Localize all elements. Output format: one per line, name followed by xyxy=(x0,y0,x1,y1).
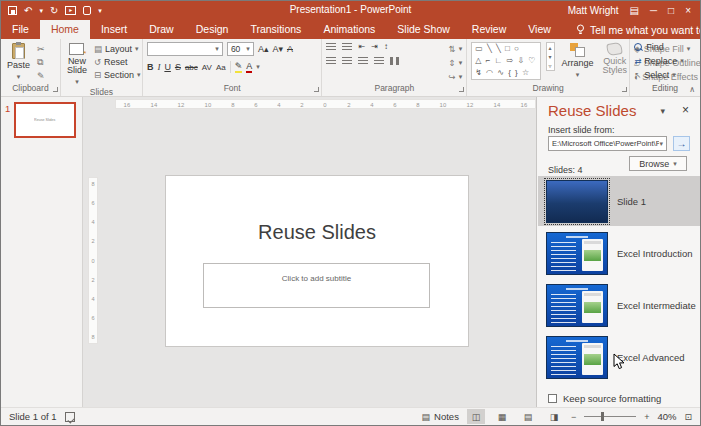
tab-design[interactable]: Design xyxy=(185,20,240,39)
layout-button[interactable]: ▤Layout▾ xyxy=(94,44,141,54)
zoom-out-button[interactable]: − xyxy=(571,412,576,422)
new-slide-button[interactable]: New Slide ▾ xyxy=(65,42,89,87)
zoom-slider[interactable] xyxy=(584,416,636,417)
shadow-button[interactable]: S xyxy=(175,62,181,72)
undo-icon[interactable]: ↶ xyxy=(24,6,32,16)
shapes-gallery[interactable]: ▭ ╲ ╲ □ ○ △ ⌐ ∟ ⇨ ⇩ ♡ ↯ ◠ ∿ { } ☆ xyxy=(471,42,540,80)
keep-source-formatting-checkbox[interactable] xyxy=(548,394,557,403)
keep-source-formatting-option[interactable]: Keep source formatting xyxy=(548,393,661,404)
bold-button[interactable]: B xyxy=(147,62,154,72)
restore-icon[interactable]: □ xyxy=(668,6,674,16)
save-icon[interactable] xyxy=(8,6,17,15)
font-color-button[interactable]: A xyxy=(246,61,252,73)
tab-review[interactable]: Review xyxy=(461,20,517,39)
clipboard-dialog-launcher[interactable] xyxy=(53,87,58,92)
line-spacing-icon[interactable]: ↕ xyxy=(384,42,388,51)
numbering-icon[interactable] xyxy=(342,43,352,51)
slide-canvas[interactable]: Reuse Slides Click to add subtitle xyxy=(166,176,468,346)
quick-styles-button[interactable]: Quick Styles xyxy=(601,42,630,76)
font-name-combobox[interactable]: ▾ xyxy=(147,42,223,56)
notes-button[interactable]: ▤ Notes xyxy=(422,411,459,422)
increase-font-size-button[interactable]: A▴ xyxy=(258,44,269,54)
normal-view-button[interactable]: ◫ xyxy=(467,409,485,424)
insert-path-input[interactable]: E:\Microsoft Office\PowerPoint\Pow ▾ xyxy=(548,136,667,151)
bullets-icon[interactable] xyxy=(326,43,336,51)
tab-insert[interactable]: Insert xyxy=(90,20,138,39)
font-size-combobox[interactable]: 60▾ xyxy=(227,42,254,56)
align-left-icon[interactable] xyxy=(326,57,336,65)
close-icon[interactable]: × xyxy=(685,6,691,16)
ribbon-display-options-icon[interactable]: ▤ xyxy=(630,6,639,16)
list-item-excel-introduction[interactable]: Excel Introduction xyxy=(538,228,701,278)
cut-icon[interactable]: ✂ xyxy=(37,44,45,54)
tab-transitions[interactable]: Transitions xyxy=(239,20,312,39)
slide-1-thumbnail[interactable]: Reuse Slides xyxy=(14,102,76,138)
arrange-button[interactable]: Arrange ▾ xyxy=(560,42,596,80)
list-item-slide-1[interactable]: Slide 1 xyxy=(538,176,701,226)
go-button[interactable]: → xyxy=(673,136,690,151)
slide-show-button[interactable]: ◨ xyxy=(545,409,563,424)
find-button[interactable]: Find xyxy=(634,42,664,52)
text-highlight-button[interactable]: ✎ xyxy=(235,61,243,73)
collapse-ribbon-icon[interactable]: ∧ xyxy=(689,85,695,94)
tab-home[interactable]: Home xyxy=(40,20,90,39)
shapes-scroll-down-icon[interactable]: ▾ xyxy=(547,52,554,61)
increase-indent-icon[interactable]: ⇥ xyxy=(371,42,378,51)
strikethrough-button[interactable]: abc xyxy=(185,63,198,72)
character-spacing-button[interactable]: AV xyxy=(202,63,212,72)
columns-icon[interactable] xyxy=(390,57,400,65)
spell-check-icon[interactable] xyxy=(65,412,75,422)
user-name[interactable]: Matt Wright xyxy=(568,5,619,16)
start-slideshow-icon[interactable]: ▸ xyxy=(65,6,76,15)
pane-options-icon[interactable]: ▾ xyxy=(660,106,665,116)
undo-dropdown-icon[interactable]: ▾ xyxy=(39,7,43,15)
section-button[interactable]: ⊟Section▾ xyxy=(94,70,141,80)
slide-sorter-view-button[interactable]: ▦ xyxy=(493,409,511,424)
touch-mode-icon[interactable] xyxy=(83,6,91,15)
drawing-dialog-launcher[interactable] xyxy=(622,87,627,92)
format-painter-icon[interactable]: ✎ xyxy=(37,71,45,81)
paste-dropdown-icon[interactable]: ▾ xyxy=(17,72,21,81)
underline-button[interactable]: U xyxy=(164,62,171,72)
text-direction-button[interactable]: ⇅▾ xyxy=(449,44,463,54)
pane-close-icon[interactable]: × xyxy=(682,103,689,117)
align-text-button[interactable]: ⇕▾ xyxy=(449,58,463,68)
convert-smartart-button[interactable]: ↪▾ xyxy=(449,72,463,82)
select-button[interactable]: ↖Select▾ xyxy=(634,70,676,80)
shapes-more-icon[interactable]: ▿ xyxy=(547,61,554,70)
zoom-slider-thumb[interactable] xyxy=(601,412,604,421)
path-dropdown-icon[interactable]: ▾ xyxy=(659,140,663,148)
replace-button[interactable]: ⇄Replace▾ xyxy=(634,56,684,66)
italic-button[interactable]: I xyxy=(157,62,160,72)
shapes-row[interactable]: ↯ ◠ ∿ { } ☆ xyxy=(475,67,536,79)
redo-icon[interactable]: ↻ xyxy=(50,6,58,16)
clear-formatting-button[interactable]: A xyxy=(287,44,293,54)
reset-button[interactable]: ↺Reset xyxy=(94,57,141,67)
customize-qat-icon[interactable]: ▾ xyxy=(98,7,102,15)
fit-slide-to-window-icon[interactable]: ⊡ xyxy=(684,412,692,422)
minimize-icon[interactable]: ─ xyxy=(650,6,657,16)
copy-icon[interactable]: ⧉ xyxy=(37,57,45,68)
tell-me-box[interactable]: Tell me what you want to do xyxy=(576,20,701,39)
shapes-row[interactable]: △ ⌐ ∟ ⇨ ⇩ ♡ xyxy=(475,55,536,67)
horizontal-ruler[interactable]: 1614121086420246810121416 xyxy=(115,99,536,109)
reading-view-button[interactable]: ▤ xyxy=(519,409,537,424)
slide-title-text[interactable]: Reuse Slides xyxy=(166,221,468,244)
new-slide-dropdown-icon[interactable]: ▾ xyxy=(75,77,79,86)
tab-slide-show[interactable]: Slide Show xyxy=(386,20,461,39)
justify-icon[interactable] xyxy=(374,57,384,65)
align-right-icon[interactable] xyxy=(358,57,368,65)
zoom-level[interactable]: 40% xyxy=(657,411,676,422)
subtitle-placeholder[interactable]: Click to add subtitle xyxy=(203,263,430,308)
tab-draw[interactable]: Draw xyxy=(138,20,185,39)
zoom-in-button[interactable]: + xyxy=(644,412,649,422)
tab-file[interactable]: File xyxy=(1,20,40,39)
change-case-button[interactable]: Aa xyxy=(216,63,226,72)
list-item-excel-intermediate[interactable]: Excel Intermediate xyxy=(538,280,701,330)
decrease-indent-icon[interactable]: ⇤ xyxy=(358,42,365,51)
font-dialog-launcher[interactable] xyxy=(314,87,319,92)
browse-button[interactable]: Browse ▾ xyxy=(629,156,687,171)
tab-animations[interactable]: Animations xyxy=(312,20,386,39)
vertical-ruler[interactable]: 864202468 xyxy=(88,177,98,344)
shapes-row[interactable]: ▭ ╲ ╲ □ ○ xyxy=(475,43,536,55)
